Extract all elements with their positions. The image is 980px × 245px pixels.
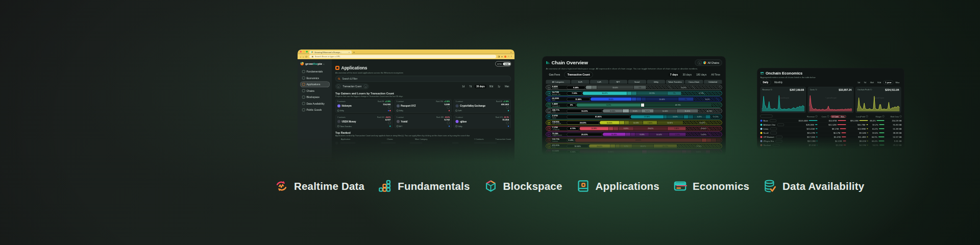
application-card[interactable]: 1 contractRank 189-93.6%8,762Yoink!NFT — [395, 115, 452, 129]
shield-ext-icon[interactable]: ▲ — [501, 56, 503, 58]
category-header-all-categories[interactable]: All Categories — [546, 80, 571, 84]
econ-col-costs[interactable]: CostsL1 CostsBlobs — [818, 115, 846, 118]
category-header-nft[interactable]: NFT — [609, 80, 627, 84]
top-ranked-col-main-category[interactable]: Main Category — [415, 138, 458, 141]
econ-col-loss-profit[interactable]: Loss|Profit — [846, 115, 868, 118]
reload-button[interactable]: ⟳ — [305, 55, 307, 58]
chain-row-immutable-x[interactable]: X1.46MImmutable X0%52.8%48.73% — [546, 103, 722, 108]
econ-timeframe-7d[interactable]: 7d — [862, 81, 868, 84]
chain-row-polygon-zkevm[interactable]: P70.24kPolygon zkEVM29.03%50.46%8.09%14.… — [546, 132, 722, 137]
currency-option-eth[interactable]: ETH — [496, 62, 503, 65]
application-card[interactable]: 9 contractsRank 98+2.38%114,095HolonymUt… — [335, 99, 393, 113]
econ-timeframe-1-year[interactable]: 1 year — [884, 81, 893, 85]
econ-row-scroll[interactable]: Scroll$15.27M$6.17M$9.10M59.6%38.38 GB — [761, 131, 901, 135]
top-ranked-col-chains[interactable]: Chains — [387, 138, 415, 141]
econ-chart-onchain-profit[interactable]: Onchain Profit ⓘ$234,511.84◔ growthepie — [855, 87, 901, 113]
econ-timeframe-30d[interactable]: 30d — [868, 81, 875, 84]
econ-row-arbitrum-one[interactable]: Arbitrum One$28.26M$11.52M$16.73M59.2%91… — [761, 122, 901, 127]
econ-row-op-mainnet[interactable]: OP Mainnet$17.15M$5.67M$11.48M66.9%52.37… — [761, 135, 901, 139]
chain-row-redstone[interactable]: R102.79kRedstone1.12%69.93% — [546, 138, 722, 143]
new-tab-button[interactable]: + — [353, 51, 355, 54]
brave-rewards-icon[interactable] — [504, 56, 506, 58]
application-card[interactable]: 1 contractRank 68+1.36%436,865CryptoVall… — [454, 99, 511, 113]
category-header-utility[interactable]: Utility — [647, 80, 666, 84]
chain-column-toggle[interactable] — [761, 115, 773, 118]
minimize-window-button[interactable] — [303, 51, 305, 53]
category-header-defi[interactable]: DeFi — [571, 80, 590, 84]
chain-row-mode-network[interactable]: M104.86kMode Network29.83%16.65%14.03%7.… — [546, 120, 722, 126]
application-card[interactable]: 2 contractsRank 241-94.2%4,037USDX Money… — [335, 115, 393, 129]
sidebar-collapse-icon[interactable]: ‹ — [324, 62, 325, 65]
category-header-unlabeled[interactable]: Unlabeled — [704, 80, 722, 84]
category-header-cross-chain[interactable]: Cross-Chain — [685, 80, 703, 84]
timeframe-90d[interactable]: 90d — [487, 85, 495, 88]
costs-toggle[interactable]: L1 CostsBlobs — [831, 115, 846, 118]
watchlist-button[interactable] — [447, 106, 450, 109]
top-ranked-col-transaction-count[interactable]: Transaction Count — [484, 138, 511, 141]
econ-row-base[interactable]: Base$105.06M$10.87M$95.19M88.4%254.28 GB — [761, 118, 901, 122]
growthepie-logo[interactable]: growthepie ‹ — [300, 62, 330, 66]
back-button[interactable]: ‹ — [300, 55, 301, 58]
chain-row-zksync-era[interactable]: Z852.43kZKsync Era9.84%23.86%41.06%25.08… — [546, 156, 722, 156]
chain-row-linea[interactable]: L308.77kLinea18.23%32.86%8.24%9.06%14.06… — [546, 109, 722, 114]
chain-row-mantle[interactable]: M2.07MMantle81.86%57.66%6.62%6.45%17.51% — [546, 114, 722, 119]
search-filter-bar[interactable]: Search & Filter — [335, 76, 511, 82]
econ-chart-revenue[interactable]: Revenue ⓘ$267,169.88◔ growthepie — [761, 87, 806, 113]
close-window-button[interactable] — [300, 51, 302, 53]
tab-close-icon[interactable]: × — [349, 51, 350, 54]
sidebar-item-public-goods[interactable]: Public Goods — [300, 107, 330, 113]
category-header-token-transfers[interactable]: Token Transfers — [666, 80, 684, 84]
watchlist-button[interactable] — [506, 106, 509, 109]
econ-col-chain[interactable] — [761, 115, 796, 118]
econ-row-zksync-era[interactable]: ZKsync Era$12.13M$4.12M$8.01M66.0%9.31 G… — [761, 139, 901, 143]
timeframe-7d[interactable]: 7d — [468, 85, 474, 88]
currency-option-usd[interactable]: USD — [503, 62, 510, 65]
mode-tab-daily[interactable]: Daily — [761, 80, 771, 85]
sidebar-item-blockspace[interactable]: Blockspace — [300, 94, 330, 101]
sidebar-item-economics[interactable]: Economics — [300, 75, 330, 81]
watchlist-button[interactable] — [388, 106, 391, 109]
econ-row-linea[interactable]: Linea$21.05M$8.17M$12.88M61.2%51.38 GB — [761, 127, 901, 131]
top-ranked-col-application[interactable]: Application — [335, 138, 387, 141]
currency-toggle[interactable]: ETHUSD — [496, 61, 511, 66]
chain-row-arbitrum-one[interactable]: A14.71MArbitrum One7.03%30.07%23.73%7%27… — [546, 91, 722, 96]
tabstrip-overflow-icon[interactable]: ⌄ — [510, 50, 512, 54]
metric-tab-transaction-count[interactable]: Transaction Count — [565, 72, 593, 78]
econ-timeframe-90d[interactable]: 90d — [876, 81, 883, 84]
watchlist-button[interactable] — [506, 121, 509, 125]
timeframe-1d[interactable]: 1d — [460, 85, 467, 88]
chain-timeframe-7-days[interactable]: 7 days — [668, 73, 680, 77]
timeframe-1y[interactable]: 1y — [496, 85, 502, 88]
econ-col-margin[interactable]: Margin — [868, 115, 885, 118]
chain-row-base[interactable]: B60.25MBase11.88%39.6%24.44%7%10.6% — [546, 97, 722, 102]
timeframe-30-days[interactable]: 30 days — [475, 85, 487, 88]
top-ranked-row[interactable] — [335, 141, 511, 144]
bookmark-icon[interactable]: ☆ — [508, 56, 510, 58]
econ-chart-costs[interactable]: Costs ⓘ$33,857.24◔ growthepie — [808, 87, 854, 113]
chain-row-taiko[interactable]: T13.54MTaiko9.84%55.86%17.06%6.65% — [546, 150, 722, 155]
zoom-window-button[interactable] — [306, 51, 308, 53]
econ-timeframe-1d[interactable]: 1d — [856, 81, 862, 84]
chain-timeframe-30-days[interactable]: 30 days — [681, 73, 694, 77]
application-card[interactable]: 1 contractRank 174-93.1%15,554qjibeeUtil… — [454, 115, 511, 129]
metric-prev-button[interactable]: ← — [337, 85, 341, 89]
chain-row-scroll[interactable]: S410.80kScroll18.84%30.06%9.7%18.67%14.7… — [546, 144, 722, 149]
econ-col-revenue[interactable]: Revenue — [796, 115, 818, 118]
all-chains-button[interactable]: › All Chains — [695, 60, 722, 66]
mode-tab-monthly[interactable]: Monthly — [772, 80, 785, 85]
costs-toggle-blobs[interactable]: Blobs — [840, 115, 846, 117]
wallet-icon[interactable]: ◨ — [498, 56, 500, 58]
chain-timeframe-all-time[interactable]: All Time — [709, 73, 722, 77]
category-header-social[interactable]: Social — [628, 80, 646, 84]
costs-toggle-l1-costs[interactable]: L1 Costs — [831, 115, 840, 117]
watchlist-button[interactable] — [388, 121, 391, 125]
econ-col-blob-data[interactable]: Blob Data — [885, 115, 902, 118]
chain-timeframe-180-days[interactable]: 180 days — [694, 73, 708, 77]
chain-row-ethereum[interactable]: E8.42MEthereum8.48%30.06%5%40.06% — [546, 85, 722, 90]
metric-tab-gas-fees[interactable]: Gas Fees — [546, 72, 564, 78]
timeframe-max[interactable]: Max — [503, 85, 511, 88]
sidebar-item-applications[interactable]: Applications — [300, 82, 330, 88]
econ-timeframe-max[interactable]: Max — [894, 81, 901, 84]
browser-tab[interactable]: Growing Ethereum's Ecosys... × — [309, 51, 352, 54]
sidebar-item-fundamentals[interactable]: Fundamentals — [300, 69, 330, 75]
